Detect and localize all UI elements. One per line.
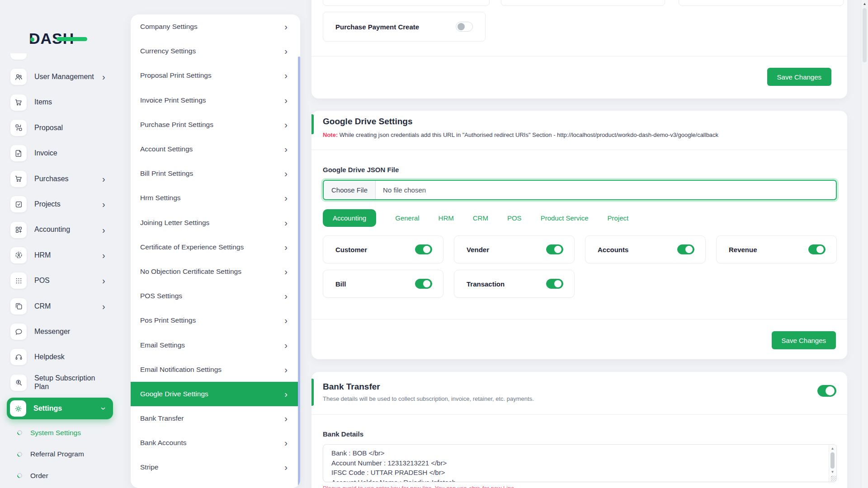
panel-scrollbar[interactable] [298,56,300,488]
sidebar-item[interactable]: Items › [0,89,118,115]
settings-menu-item[interactable]: Bank Transfer › [131,406,300,431]
sidebar-item[interactable]: Accounting › [0,217,118,242]
settings-menu-item[interactable]: Invoice Print Settings › [131,88,300,113]
json-file-input[interactable]: Choose File No file chosen [323,180,837,200]
choose-file-button[interactable]: Choose File [324,181,376,199]
settings-menu-item[interactable]: Pos Print Settings › [131,308,300,333]
settings-menu-item[interactable]: Email Settings › [131,333,300,357]
module-toggle-card: Accounts [585,235,706,263]
tab[interactable]: POS [507,214,522,222]
sidebar-subitem[interactable]: Order [0,465,118,487]
save-changes-button[interactable]: Save Changes [772,331,836,349]
settings-menu-item[interactable]: Purchase Print Settings › [131,113,300,137]
chevron-right-icon: › [102,200,109,209]
hrm-icon [10,247,27,263]
settings-menu-item[interactable]: Proposal Print Settings › [131,63,300,88]
settings-menu-item[interactable]: Joining Letter Settings › [131,211,300,235]
settings-menu-item[interactable]: Currency Settings › [131,39,300,63]
settings-menu-item[interactable]: Bill Print Settings › [131,161,300,186]
sidebar-item[interactable]: Messenger › [0,319,118,344]
section-title: Google Drive Settings [323,117,412,127]
cut-off-menu-item [10,53,27,60]
settings-menu-item[interactable]: Hrm Settings › [131,186,300,210]
toggle-switch[interactable] [546,279,563,289]
settings-menu-item[interactable]: Company Settings › [131,14,300,39]
cart-icon [10,94,27,111]
page-scrollbar[interactable]: ▲ [861,0,868,488]
settings-menu-item[interactable]: POS Settings › [131,284,300,308]
sidebar-item[interactable]: User Management › [0,64,118,89]
settings-menu-item[interactable]: Bank Accounts › [131,431,300,455]
bullet-icon [16,472,23,479]
bank-transfer-toggle[interactable] [817,385,836,397]
chevron-right-icon: › [284,463,288,472]
tab[interactable]: General [395,214,419,222]
settings-menu-item[interactable]: Certificate of Experience Settings › [131,235,300,259]
purchase-payment-create-toggle[interactable] [456,22,473,32]
tab[interactable]: Project [608,214,629,222]
settings-menu: Company Settings › Currency Settings › P… [131,14,300,488]
chevron-right-icon: › [284,120,288,129]
tab[interactable]: CRM [473,214,488,222]
brand-logo[interactable]: DASH [29,30,92,49]
chevron-down-icon: › [100,407,109,410]
scrollbar-thumb[interactable] [830,452,835,469]
toggle-switch[interactable] [415,244,432,254]
chevron-right-icon: › [102,251,109,260]
file-status-text: No file chosen [376,181,433,199]
sidebar-item[interactable]: Invoice › [0,141,118,166]
sidebar-item[interactable]: CRM › [0,294,118,319]
scrollbar-thumb[interactable] [863,8,867,62]
chevron-right-icon: › [284,145,288,154]
sidebar-subitem[interactable]: System Settings [0,422,118,444]
toggle-switch[interactable] [546,244,563,254]
toggle-switch[interactable] [808,244,826,254]
resize-grip-icon[interactable] [831,476,836,481]
chevron-right-icon: › [284,291,288,300]
scroll-up-icon[interactable]: ▲ [861,2,868,6]
cart-icon [10,171,27,187]
module-tabs: AccountingGeneralHRMCRMPOSProduct Servic… [323,209,628,227]
divider [311,56,847,56]
sidebar-item[interactable]: Helpdesk › [0,344,118,370]
settings-menu-item[interactable]: Email Notification Settings › [131,357,300,382]
chevron-right-icon: › [284,414,288,423]
settings-menu-item[interactable]: No Objection Certificate Settings › [131,259,300,284]
sidebar-item[interactable]: POS › [0,268,118,293]
sidebar-item[interactable]: Purchases › [0,166,118,192]
settings-menu-item[interactable]: Stripe › [131,455,300,479]
tab[interactable]: Accounting [323,209,376,227]
purchase-payment-create-box: Purchase Payment Create [323,12,486,42]
tab[interactable]: HRM [439,214,454,222]
module-toggle-card: Customer [323,235,443,263]
sidebar-item-settings[interactable]: Settings › [7,398,113,419]
chevron-right-icon: › [284,341,288,350]
save-changes-button[interactable]: Save Changes [767,68,831,86]
chevron-right-icon: › [102,72,109,81]
chevron-right-icon: › [284,365,288,374]
projects-icon [10,196,27,212]
permission-box-partial [679,0,844,6]
tab[interactable]: Product Service [541,214,589,222]
sidebar-item[interactable]: HRM › [0,243,118,268]
toggle-switch[interactable] [677,244,694,254]
bank-details-textarea[interactable]: Bank : BOB </br> Account Number : 123132… [323,445,836,482]
scroll-up-icon[interactable]: ▲ [829,447,836,450]
divider [311,319,847,319]
sidebar-item[interactable]: Projects › [0,192,118,217]
subscription-icon [10,375,27,391]
settings-menu-item[interactable]: Account Settings › [131,137,300,161]
module-toggle-card: Bill [323,270,443,298]
toggle-switch[interactable] [415,279,432,289]
scroll-down-icon[interactable]: ▼ [829,470,836,474]
chevron-right-icon: › [284,218,288,227]
sidebar-item[interactable]: Proposal › [0,115,118,141]
newline-warning-text: Pleave avoid to use enter key for new li… [323,485,514,488]
settings-menu-item[interactable]: Google Drive Settings › [131,382,300,406]
crm-icon [10,298,27,314]
settings-menu-item[interactable]: Paypal › [131,480,300,488]
section-title: Bank Transfer [323,382,380,392]
sidebar-subitem[interactable]: Referral Program [0,444,118,465]
sidebar-item[interactable]: Setup Subscription Plan › [0,370,118,395]
divider [311,414,847,415]
